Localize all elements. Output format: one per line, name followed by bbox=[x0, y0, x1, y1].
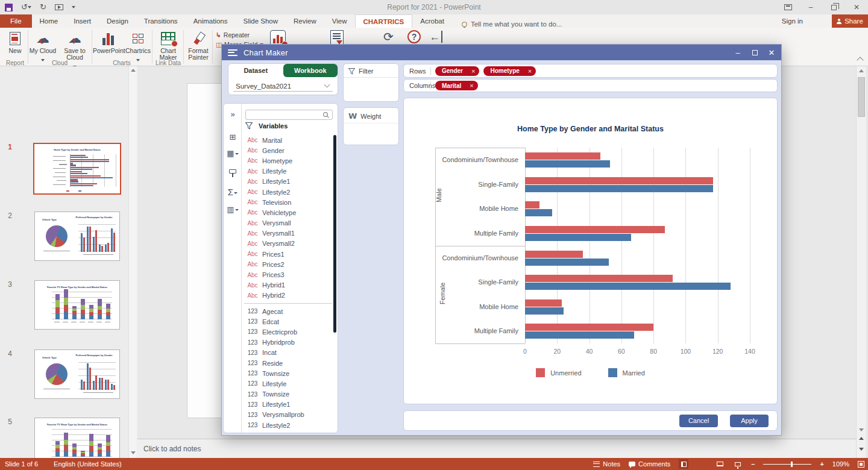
zoom-level[interactable]: 109% bbox=[832, 460, 849, 468]
variable-item-marital[interactable]: AbcMarital bbox=[243, 135, 333, 145]
next-slide-icon[interactable] bbox=[859, 448, 864, 451]
tab-chartrics[interactable]: CHARTRICS bbox=[355, 14, 413, 28]
tab-animations[interactable]: Animations bbox=[186, 14, 236, 28]
tab-workbook[interactable]: Workbook bbox=[283, 64, 338, 77]
slide-thumbnail-2[interactable]: Vehicle TypePreferred Newspaper by Gende… bbox=[34, 212, 120, 261]
dialog-header[interactable]: Chart Maker – ✕ bbox=[222, 45, 781, 60]
variable-item-prices3[interactable]: AbcPrices3 bbox=[243, 269, 333, 280]
remove-chip-icon[interactable]: × bbox=[528, 67, 532, 75]
powerpoint-charts-button[interactable]: PowerPoint bbox=[93, 30, 123, 63]
slide-thumbnail-5[interactable]: Favorite TV Show Type by Gender and Mari… bbox=[34, 418, 120, 458]
weight-dropzone[interactable]: W Weight bbox=[343, 107, 399, 145]
collapse-ribbon-button[interactable] bbox=[858, 58, 863, 63]
dataset-select[interactable]: Survey_Data2021 bbox=[228, 77, 338, 95]
pivot-layout-icon[interactable]: ⊞ bbox=[224, 133, 242, 142]
variable-item-verysmall2[interactable]: AbcVerysmall2 bbox=[243, 239, 333, 249]
remove-chip-icon[interactable]: × bbox=[471, 67, 475, 75]
variable-item-lifestyle[interactable]: 123Lifestyle bbox=[243, 378, 333, 389]
variables-scrollbar[interactable] bbox=[333, 135, 336, 333]
rows-dropzone[interactable]: Rows Gender×Hometype× bbox=[403, 64, 778, 78]
scrollbar-thumb[interactable] bbox=[858, 77, 865, 117]
remove-chip-icon[interactable]: × bbox=[470, 82, 473, 89]
menu-icon[interactable] bbox=[228, 48, 237, 57]
format-painter-button[interactable]: Format Painter bbox=[184, 30, 212, 63]
scroll-down-icon[interactable] bbox=[859, 428, 864, 431]
back-button[interactable]: ← bbox=[429, 31, 442, 43]
slideshow-view-button[interactable] bbox=[733, 459, 743, 469]
variable-item-agecat[interactable]: 123Agecat bbox=[243, 306, 333, 316]
cancel-button[interactable]: Cancel bbox=[679, 415, 718, 427]
slide-thumbnail-1[interactable]: Home Type by Gender and Marital Status bbox=[33, 143, 121, 195]
variable-item-hybrid1[interactable]: AbcHybrid1 bbox=[243, 280, 333, 290]
variable-item-vehicletype[interactable]: AbcVehicletype bbox=[243, 207, 333, 218]
notes-toggle[interactable]: Notes bbox=[593, 460, 620, 468]
editor-scrollbar[interactable] bbox=[856, 66, 866, 458]
minimize-button[interactable]: – bbox=[799, 0, 822, 14]
zoom-slider-thumb[interactable] bbox=[791, 462, 793, 467]
dialog-minimize-button[interactable]: – bbox=[733, 48, 743, 57]
thumbnail-scrollbar[interactable] bbox=[128, 66, 137, 458]
tab-file[interactable]: File bbox=[0, 14, 32, 28]
refresh-charts-button[interactable]: ⟳ bbox=[383, 30, 394, 43]
filter-dropzone[interactable]: Filter bbox=[343, 63, 399, 102]
variable-item-electricprob[interactable]: 123Electricprob bbox=[243, 327, 333, 337]
table-view-icon[interactable]: ▦ bbox=[224, 149, 242, 158]
normal-view-button[interactable] bbox=[679, 459, 688, 469]
chartrics-charts-button[interactable]: Chartrics bbox=[124, 30, 152, 63]
slide-sorter-view-button[interactable] bbox=[697, 459, 706, 469]
comments-toggle[interactable]: Comments bbox=[629, 460, 670, 468]
previous-slide-icon[interactable] bbox=[859, 437, 864, 440]
repeater-button[interactable]: ↳ Repeater bbox=[216, 31, 250, 39]
tab-view[interactable]: View bbox=[324, 14, 355, 28]
variable-item-television[interactable]: AbcTelevision bbox=[243, 197, 333, 207]
variable-item-hybridprob[interactable]: 123Hybridprob bbox=[243, 337, 333, 348]
share-button[interactable]: Share bbox=[832, 14, 868, 28]
variable-item-gender[interactable]: AbcGender bbox=[243, 145, 333, 155]
notes-pane[interactable]: Click to add notes bbox=[137, 439, 856, 458]
variable-item-hometype[interactable]: AbcHometype bbox=[243, 155, 333, 166]
variable-item-lifestyle2[interactable]: 123Lifestyle2 bbox=[243, 420, 333, 430]
tab-transitions[interactable]: Transitions bbox=[136, 14, 186, 28]
tab-insert[interactable]: Insert bbox=[66, 14, 99, 28]
tab-design[interactable]: Design bbox=[99, 14, 136, 28]
new-report-button[interactable]: New bbox=[2, 30, 28, 63]
variable-item-verysmall[interactable]: AbcVerysmall bbox=[243, 218, 333, 228]
language-indicator[interactable]: English (United States) bbox=[54, 460, 122, 468]
variable-item-lifestyle2[interactable]: AbcLifestyle2 bbox=[243, 187, 333, 197]
tell-me-box[interactable]: Tell me what you want to do... bbox=[462, 20, 562, 28]
columns-chip-marital[interactable]: Marital× bbox=[435, 81, 478, 90]
variable-item-prices1[interactable]: AbcPrices1 bbox=[243, 249, 333, 259]
tab-acrobat[interactable]: Acrobat bbox=[412, 14, 452, 28]
variable-item-hybrid2[interactable]: AbcHybrid2 bbox=[243, 290, 333, 301]
variable-item-incat[interactable]: 123Incat bbox=[243, 348, 333, 358]
variable-item-verysmall1[interactable]: AbcVerysmall1 bbox=[243, 228, 333, 239]
ribbon-display-options-button[interactable] bbox=[776, 0, 799, 14]
variable-item-reside[interactable]: 123Reside bbox=[243, 358, 333, 368]
variable-item-lifestyle3[interactable]: 123Lifestyle3 bbox=[243, 430, 333, 433]
chart-maker-button[interactable]: Chart Maker bbox=[153, 30, 183, 63]
rows-chip-gender[interactable]: Gender× bbox=[435, 66, 479, 76]
format-roller-icon[interactable] bbox=[224, 166, 242, 175]
dialog-close-button[interactable]: ✕ bbox=[767, 48, 776, 57]
variable-item-lifestyle[interactable]: AbcLifestyle bbox=[243, 166, 333, 177]
zoom-out-button[interactable]: – bbox=[751, 460, 755, 468]
variable-item-townsize[interactable]: 123Townsize bbox=[243, 368, 333, 378]
close-button[interactable]: ✕ bbox=[845, 0, 868, 14]
dialog-maximize-button[interactable] bbox=[750, 48, 760, 57]
fit-to-window-icon[interactable] bbox=[858, 461, 864, 468]
scroll-up-icon[interactable] bbox=[859, 69, 864, 72]
summary-sigma-icon[interactable]: Σ bbox=[224, 187, 242, 197]
chart-type-icon[interactable]: ▥ bbox=[224, 205, 242, 214]
reading-view-button[interactable] bbox=[715, 459, 725, 469]
tab-slide-show[interactable]: Slide Show bbox=[236, 14, 286, 28]
slide-thumbnail-3[interactable]: Favorite TV Show Type by Gender and Mari… bbox=[34, 280, 120, 330]
apply-button[interactable]: Apply bbox=[730, 415, 769, 427]
help-button[interactable]: ? bbox=[407, 30, 421, 43]
variable-item-prices2[interactable]: AbcPrices2 bbox=[243, 259, 333, 269]
restore-button[interactable] bbox=[822, 0, 845, 14]
scroll-down-icon[interactable] bbox=[131, 451, 136, 454]
tab-review[interactable]: Review bbox=[286, 14, 324, 28]
variable-item-edcat[interactable]: 123Edcat bbox=[243, 316, 333, 327]
scroll-up-icon[interactable] bbox=[131, 69, 136, 72]
variable-item-townsize[interactable]: 123Townsize bbox=[243, 389, 333, 400]
